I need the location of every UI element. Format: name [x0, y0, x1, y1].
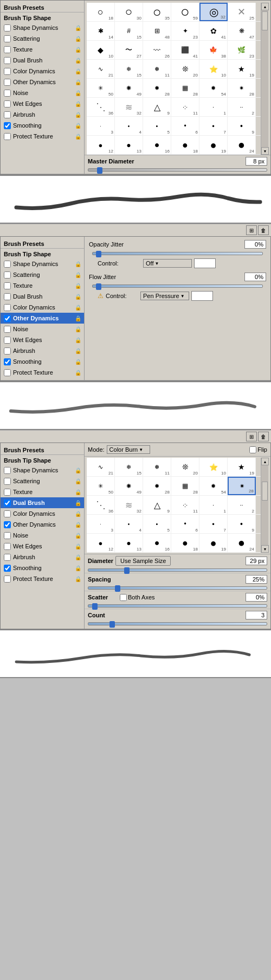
- texture-check-2[interactable]: [4, 282, 11, 289]
- sidebar-item-smoothing-2[interactable]: Smoothing 🔒: [1, 356, 84, 367]
- flow-jitter-value[interactable]: 0%: [244, 273, 266, 281]
- dual-brush-cell[interactable]: ▦28: [171, 477, 199, 495]
- dual-brush-cell[interactable]: ··2: [228, 496, 256, 514]
- scattering-check-3[interactable]: [4, 478, 11, 485]
- brush-cell[interactable]: ●19: [199, 136, 228, 154]
- scattering-check-2[interactable]: [4, 271, 11, 279]
- sidebar-item-shape-dynamics-3[interactable]: Shape Dynamics 🔒: [1, 465, 84, 476]
- sidebar-item-smoothing-3[interactable]: Smoothing 🔒: [1, 562, 84, 573]
- sidebar-item-other-dynamics-3[interactable]: Other Dynamics 🔒: [1, 519, 84, 530]
- brush-cell[interactable]: ✸54: [199, 79, 228, 97]
- use-sample-size-btn[interactable]: Use Sample Size: [115, 556, 171, 566]
- brush-scrollbar-1[interactable]: ▲ ▼: [261, 3, 268, 155]
- brush-cell[interactable]: #15: [115, 22, 143, 40]
- brush-cell[interactable]: ●16: [143, 136, 171, 154]
- sidebar-item-color-dynamics-2[interactable]: Color Dynamics 🔒: [1, 302, 84, 313]
- brush-cell[interactable]: •7: [199, 117, 228, 135]
- dual-brush-cell[interactable]: ❅11: [143, 458, 171, 476]
- brush-cell[interactable]: 〜27: [115, 41, 143, 59]
- noise-label-3[interactable]: Noise: [13, 532, 74, 539]
- brush-cell[interactable]: 🍁38: [199, 41, 228, 59]
- brush-cell[interactable]: ✺49: [115, 79, 143, 97]
- airbrush-label-1[interactable]: Airbrush: [13, 111, 74, 118]
- wet-edges-label-2[interactable]: Wet Edges: [13, 337, 74, 343]
- sidebar-item-wet-edges-2[interactable]: Wet Edges 🔒: [1, 334, 84, 345]
- noise-check-1[interactable]: [4, 90, 11, 97]
- opacity-jitter-slider[interactable]: [92, 252, 263, 255]
- sidebar-item-dual-brush-2[interactable]: Dual Brush 🔒: [1, 291, 84, 302]
- dual-brush-label-2[interactable]: Dual Brush: [13, 293, 74, 300]
- flip-checkbox[interactable]: Flip: [249, 446, 267, 453]
- dual-diameter-thumb[interactable]: [124, 567, 130, 574]
- count-slider[interactable]: [88, 622, 267, 625]
- sidebar-item-smoothing-1[interactable]: Smoothing 🔒: [1, 120, 84, 131]
- brush-cell[interactable]: ❋47: [228, 22, 256, 40]
- dual-brush-cell[interactable]: ·1: [199, 496, 228, 514]
- grid-icon-btn-2[interactable]: ⊞: [246, 432, 257, 441]
- dual-brush-cell[interactable]: •9: [228, 515, 256, 533]
- opacity-jitter-thumb[interactable]: [96, 251, 101, 257]
- brush-cell[interactable]: ●12: [87, 136, 115, 154]
- dual-brush-cell[interactable]: ·3: [87, 515, 115, 533]
- brush-cell[interactable]: ❊20: [171, 60, 199, 78]
- brush-cell[interactable]: ≋32: [115, 98, 143, 116]
- brush-cell[interactable]: ✳50: [87, 79, 115, 97]
- other-dynamics-check-2[interactable]: [4, 315, 11, 322]
- brush-cell[interactable]: ⊞48: [143, 22, 171, 40]
- scatter-thumb[interactable]: [92, 603, 98, 610]
- airbrush-label-2[interactable]: Airbrush: [13, 347, 74, 354]
- color-dynamics-check-2[interactable]: [4, 304, 11, 311]
- color-dynamics-label-3[interactable]: Color Dynamics: [13, 510, 74, 517]
- brush-cell[interactable]: ★19: [228, 60, 256, 78]
- dual-brush-cell-selected[interactable]: ✷28: [228, 477, 256, 495]
- sidebar-item-color-dynamics-1[interactable]: Color Dynamics 🔒: [1, 66, 84, 77]
- grid-icon-btn-1[interactable]: ⊞: [246, 225, 257, 235]
- sidebar-item-texture-2[interactable]: Texture 🔒: [1, 280, 84, 291]
- wet-edges-check-3[interactable]: [4, 543, 11, 550]
- dual-scroll-down[interactable]: ▼: [261, 545, 269, 553]
- trash-icon-btn-1[interactable]: 🗑: [258, 225, 269, 235]
- sidebar-item-noise-2[interactable]: Noise 🔒: [1, 324, 84, 334]
- sidebar-item-scattering-2[interactable]: Scattering 🔒: [1, 269, 84, 280]
- scroll-thumb-1[interactable]: [262, 11, 268, 30]
- brush-cell[interactable]: ●13: [115, 136, 143, 154]
- brush-cell[interactable]: •9: [228, 117, 256, 135]
- brush-cell[interactable]: ·3: [87, 117, 115, 135]
- sidebar-item-wet-edges-1[interactable]: Wet Edges 🔒: [1, 98, 84, 109]
- texture-check-3[interactable]: [4, 489, 11, 496]
- sidebar-item-shape-dynamics-1[interactable]: Shape Dynamics 🔒: [1, 22, 84, 33]
- texture-label-3[interactable]: Texture: [13, 489, 74, 495]
- flow-control-select[interactable]: Pen Pressure ▼: [140, 292, 189, 300]
- dual-brush-cell[interactable]: •6: [171, 515, 199, 533]
- brush-cell[interactable]: ·1: [199, 98, 228, 116]
- dual-brush-cell[interactable]: ·:·11: [171, 496, 199, 514]
- sidebar-item-protect-texture-2[interactable]: Protect Texture 🔒: [1, 367, 84, 378]
- protect-texture-check-2[interactable]: [4, 369, 11, 376]
- dual-diameter-slider[interactable]: [88, 568, 267, 572]
- wet-edges-label-1[interactable]: Wet Edges: [13, 100, 74, 107]
- trash-icon-btn-2[interactable]: 🗑: [258, 432, 269, 441]
- shape-dynamics-label-2[interactable]: Shape Dynamics: [13, 261, 74, 267]
- brush-cell[interactable]: ❅11: [143, 60, 171, 78]
- sidebar-item-dual-brush-3[interactable]: Dual Brush 🔒: [1, 497, 84, 508]
- shape-dynamics-check-2[interactable]: [4, 261, 11, 268]
- sidebar-item-airbrush-3[interactable]: Airbrush 🔒: [1, 552, 84, 562]
- color-dynamics-label-2[interactable]: Color Dynamics: [13, 304, 74, 311]
- dual-brush-cell[interactable]: ❄15: [115, 458, 143, 476]
- brush-cell[interactable]: •6: [171, 117, 199, 135]
- dual-brush-scrollbar[interactable]: ▲ ▼: [261, 458, 268, 553]
- dual-diameter-value[interactable]: 29 px: [246, 557, 267, 565]
- noise-label-2[interactable]: Noise: [13, 326, 74, 332]
- brush-cell[interactable]: •4: [115, 117, 143, 135]
- dual-brush-cell[interactable]: ⭐10: [199, 458, 228, 476]
- diameter-value-1[interactable]: 8 px: [246, 157, 267, 166]
- dual-brush-cell[interactable]: ●16: [143, 534, 171, 552]
- dual-brush-cell[interactable]: ★19: [228, 458, 256, 476]
- sidebar-item-noise-1[interactable]: Noise 🔒: [1, 87, 84, 98]
- dual-brush-cell[interactable]: ⋱36: [87, 496, 115, 514]
- brush-cell[interactable]: 🌿23: [228, 41, 256, 59]
- airbrush-check-3[interactable]: [4, 554, 11, 561]
- scattering-label-2[interactable]: Scattering: [13, 271, 74, 278]
- dual-brush-cell[interactable]: ●18: [171, 534, 199, 552]
- brush-cell[interactable]: ·:·11: [171, 98, 199, 116]
